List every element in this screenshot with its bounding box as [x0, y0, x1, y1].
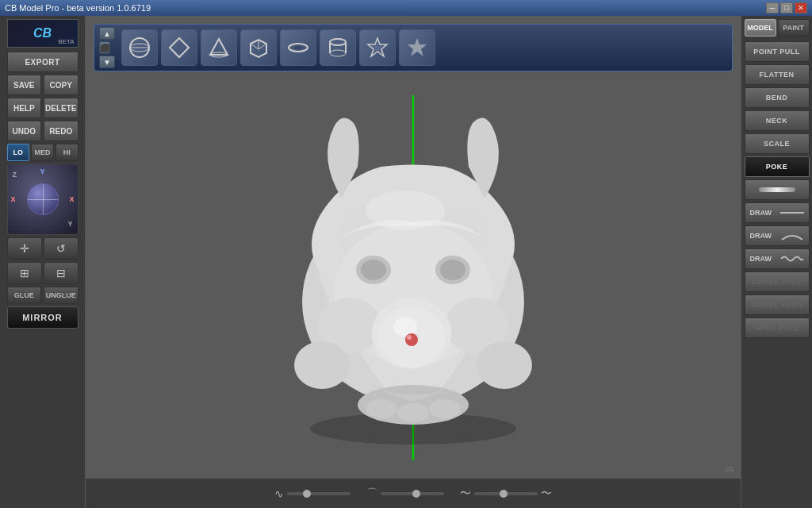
shape-torus-button[interactable] [280, 29, 316, 66]
res-lo-button[interactable]: LO [7, 144, 30, 161]
shape-cylinder-button[interactable] [320, 29, 356, 66]
svg-rect-43 [759, 187, 795, 192]
resolution-buttons: LO MED HI [7, 144, 79, 161]
shape-custom1-button[interactable] [399, 29, 435, 66]
slider-2-thumb[interactable] [412, 490, 420, 498]
slider-3-thumb[interactable] [500, 490, 508, 498]
draw-straight-button[interactable]: DRAW [745, 202, 810, 223]
shape-diamond-button[interactable] [161, 29, 197, 66]
draw1-label: DRAW [750, 209, 772, 217]
right-tabs: MODEL PAINT [745, 19, 810, 37]
svg-marker-18 [408, 38, 427, 56]
svg-point-12 [330, 39, 346, 45]
title-text: CB Model Pro - beta version 1.0.6719 [5, 3, 151, 13]
nav-sphere[interactable] [27, 183, 59, 215]
svg-point-41 [440, 260, 465, 280]
bottom-bar: ∿ ⌒ 〜 〜 [86, 478, 741, 508]
zoom-button[interactable]: ⊞ [7, 262, 42, 284]
undo-redo-row: UNDO REDO [7, 121, 79, 141]
mirror-button[interactable]: MIRROR [7, 306, 79, 329]
viewport[interactable]: ▲ ⬛ ▼ [86, 16, 741, 508]
slider-1[interactable] [287, 492, 350, 495]
select-button[interactable]: ⊟ [44, 262, 79, 284]
bottom-control-2: ⌒ [366, 487, 444, 501]
glue-button[interactable]: GLUE [7, 287, 42, 304]
svg-point-31 [294, 341, 350, 389]
res-med-button[interactable]: MED [31, 144, 54, 161]
poke-button[interactable]: POKE [745, 156, 810, 177]
scale-button[interactable]: SCALE [745, 133, 810, 154]
window-controls: ─ □ ✕ [766, 2, 807, 13]
nav-x-left-label: X [11, 195, 16, 203]
bottom-control-1: ∿ [274, 487, 350, 500]
smooth-button[interactable] [745, 179, 810, 200]
close-button[interactable]: ✕ [795, 2, 807, 13]
export-button[interactable]: EXPORT [7, 52, 79, 72]
shape-star-button[interactable] [359, 29, 396, 66]
toolbar-nav-arrows: ▲ ⬛ ▼ [99, 27, 115, 68]
nav-y-br-label: Y [67, 220, 72, 228]
top-toolbar: ▲ ⬛ ▼ [94, 24, 733, 71]
curve-line-icon [780, 230, 804, 241]
help-button[interactable]: HELP [7, 98, 42, 118]
slider-1-thumb[interactable] [303, 490, 311, 498]
left-sidebar: CB BETA EXPORT SAVE COPY HELP DELETE UND… [0, 16, 86, 508]
point-pull-button[interactable]: POINT PULL [745, 41, 810, 62]
unglue-button[interactable]: UNGLUE [44, 287, 79, 304]
nav-z-tl-label: Z [13, 171, 17, 179]
redo-button[interactable]: REDO [44, 121, 79, 141]
curve-icon-2: ⌒ [366, 487, 377, 501]
copy-button[interactable]: COPY [44, 75, 79, 95]
svg-point-37 [407, 335, 412, 340]
curve-push-button[interactable]: CURVE PUSH [745, 294, 810, 315]
save-copy-row: SAVE COPY [7, 75, 79, 95]
svg-point-13 [330, 50, 346, 56]
glue-unglue-row: GLUE UNGLUE [7, 287, 79, 304]
shape-cube-button[interactable] [240, 29, 277, 66]
beta-badge: BETA [58, 38, 74, 45]
svg-point-42 [366, 190, 445, 230]
nav-y-top-label: Y [40, 167, 44, 175]
slider-3[interactable] [474, 492, 538, 495]
draw2-label: DRAW [750, 232, 772, 240]
bottom-control-3: 〜 〜 [460, 487, 552, 501]
curve-pull-button[interactable]: CURVE PULL [745, 271, 810, 292]
slider-2[interactable] [381, 492, 444, 495]
svg-point-29 [397, 403, 429, 422]
titlebar: CB Model Pro - beta version 1.0.6719 ─ □… [0, 0, 812, 16]
svg-line-8 [251, 44, 259, 49]
svg-point-35 [393, 318, 417, 337]
draw-squiggle-button[interactable]: DRAW [745, 248, 810, 269]
svg-point-28 [366, 399, 397, 418]
res-hi-button[interactable]: HI [56, 144, 79, 161]
svg-line-9 [259, 44, 266, 49]
rotate-button[interactable]: ↺ [44, 237, 79, 260]
save-button[interactable]: SAVE [7, 75, 42, 95]
undo-button[interactable]: UNDO [7, 121, 42, 141]
delete-button[interactable]: DELETE [44, 98, 79, 118]
main-layout: CB BETA EXPORT SAVE COPY HELP DELETE UND… [0, 16, 812, 508]
svg-point-11 [293, 46, 303, 50]
shape-cone-button[interactable] [201, 29, 237, 66]
toolbar-down-arrow[interactable]: ▼ [99, 56, 115, 68]
move-rotate-row: ✛ ↺ [7, 237, 79, 260]
move-button[interactable]: ✛ [7, 237, 42, 260]
draw-curve-button[interactable]: DRAW [745, 225, 810, 246]
flatten-button[interactable]: FLATTEN [745, 64, 810, 85]
toolbar-up-arrow[interactable]: ▲ [99, 27, 115, 40]
shape-sphere-button[interactable] [121, 29, 158, 66]
tab-model[interactable]: MODEL [745, 19, 776, 37]
nav-sphere-area[interactable]: Y X X Z Y [7, 164, 79, 235]
area-pull-button[interactable]: AREA PULL [745, 318, 810, 338]
maximize-button[interactable]: □ [780, 2, 793, 13]
tab-paint[interactable]: PAINT [778, 19, 810, 37]
minimize-button[interactable]: ─ [766, 2, 779, 13]
wave-icon-1: 〜 [460, 487, 471, 501]
svg-point-32 [477, 341, 532, 389]
toolbar-icon1[interactable]: ⬛ [99, 41, 110, 54]
svg-point-30 [429, 399, 461, 418]
bend-button[interactable]: BEND [745, 87, 810, 108]
neck-button[interactable]: NECK [745, 110, 810, 131]
watermark: 3S [726, 465, 734, 473]
curve-icon-1: ∿ [274, 487, 284, 500]
